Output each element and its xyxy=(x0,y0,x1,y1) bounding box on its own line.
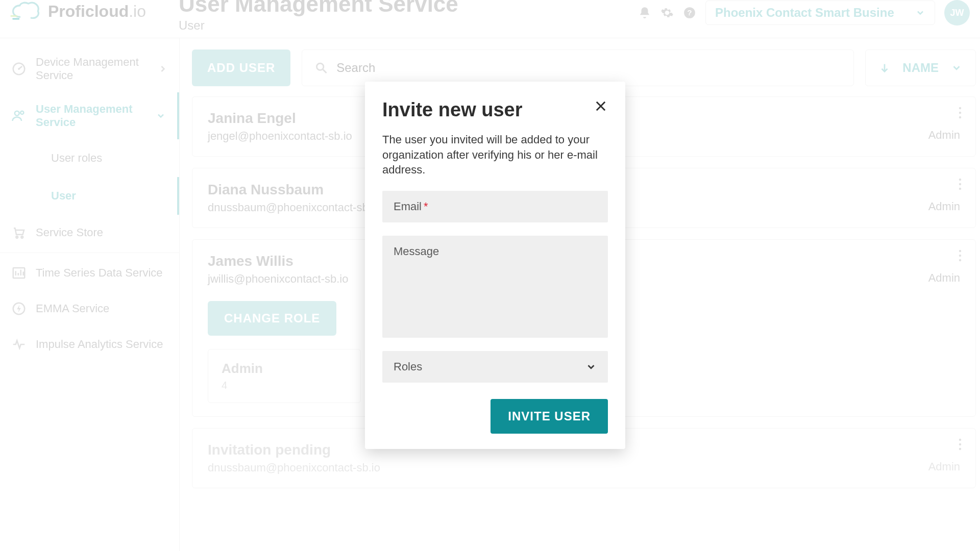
modal-title: Invite new user xyxy=(382,99,594,121)
roles-select[interactable]: Roles xyxy=(382,351,608,383)
message-label: Message xyxy=(394,245,439,258)
invite-user-modal: Invite new user The user you invited wil… xyxy=(365,82,625,449)
required-asterisk: * xyxy=(424,200,428,213)
roles-label: Roles xyxy=(394,360,422,373)
chevron-down-icon xyxy=(585,361,597,372)
close-icon[interactable] xyxy=(594,99,608,115)
email-field[interactable]: Email* xyxy=(382,191,608,222)
modal-description: The user you invited will be added to yo… xyxy=(382,132,608,178)
message-field[interactable]: Message xyxy=(382,236,608,338)
invite-user-button[interactable]: INVITE USER xyxy=(491,399,608,434)
email-label: Email xyxy=(394,200,422,213)
